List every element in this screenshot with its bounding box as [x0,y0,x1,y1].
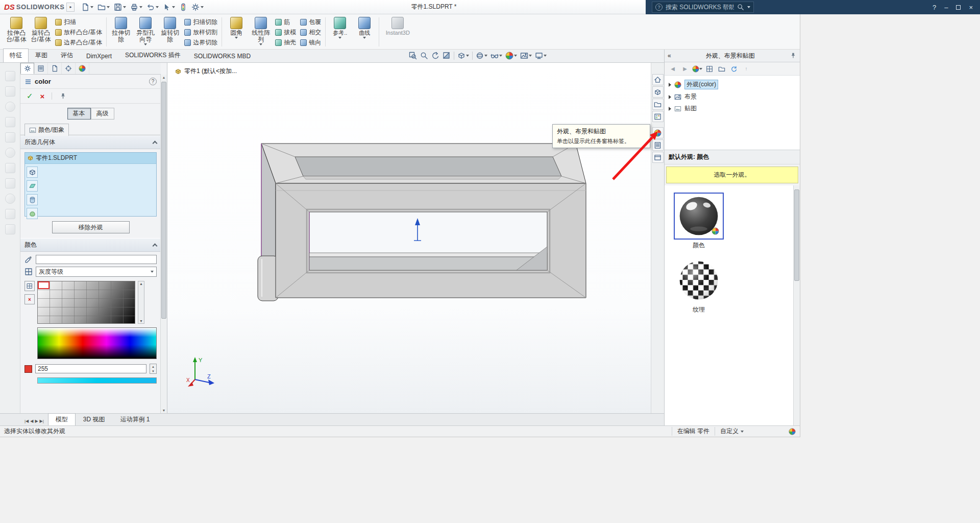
feature-tree-flyout[interactable]: 零件1 (默认<按加... [175,67,237,76]
zoom-area-button[interactable] [419,51,430,61]
tree-item-label[interactable]: 贴图 [684,104,697,113]
extrude-cut-button[interactable]: 拉伸切除 [109,15,133,49]
remove-appearance-button[interactable]: 移除外观 [52,221,130,233]
tab-mbd[interactable]: SOLIDWORKS MBD [187,50,257,62]
selection-listbox[interactable]: 零件1.SLDPRT [24,152,157,217]
linear-pattern-button[interactable]: 线性阵列 [249,15,273,49]
expand-arrow-icon[interactable] [669,83,671,87]
options-button[interactable] [190,2,205,12]
selected-geometry-header[interactable]: 所选几何体 [20,135,161,149]
advanced-tab[interactable]: 高级 [91,108,114,120]
color-appearance-thumbnail[interactable] [674,193,724,240]
history-forward-button[interactable]: ▶ [680,64,690,74]
boundary-cut-button[interactable]: 边界切除 [183,38,219,47]
fillet-button[interactable]: 圆角 [225,15,248,49]
tab-dimxpert[interactable]: DimXpert [80,50,118,62]
first-tab-button[interactable]: |◀ [24,419,29,423]
last-tab-button[interactable]: ▶| [40,419,44,423]
filter-feature-button[interactable] [27,208,38,219]
filter-surface-button[interactable] [27,194,38,205]
tree-item-label[interactable]: 布景 [684,92,697,101]
section-view-button[interactable] [441,51,452,61]
color-image-tab[interactable]: 颜色/图象 [24,124,69,136]
rgb-value-input[interactable]: 255 [35,364,146,373]
refresh-button[interactable] [729,64,739,74]
shell-button[interactable]: 抽壳 [274,38,298,47]
wrap-button[interactable]: 包覆 [299,17,323,27]
task-pane-scrollbar[interactable] [793,185,800,425]
scroll-down-arrow[interactable]: ▼ [139,319,143,323]
undo-button[interactable] [145,2,160,12]
pin-button[interactable] [59,92,67,100]
reference-geometry-button[interactable]: 参考.. [328,15,352,49]
tree-item-scenes[interactable]: 布景 [665,91,800,103]
color-section-header[interactable]: 颜色 [20,238,161,252]
view-palette-tab[interactable] [652,111,664,122]
rebuild-button[interactable] [178,2,189,12]
eyedropper-icon[interactable] [24,255,33,264]
revolve-cut-button[interactable]: 旋转切除 [158,15,182,49]
3d-views-tab[interactable]: 3D 视图 [76,413,113,425]
select-button[interactable] [161,2,177,12]
display-manager-tab[interactable] [76,63,89,74]
selected-entity-row[interactable]: 零件1.SLDPRT [25,153,156,164]
apply-scene-button[interactable] [519,51,533,61]
view-mode-button[interactable] [704,64,715,74]
texture-appearance-thumbnail[interactable] [674,257,724,304]
scroll-down-arrow[interactable]: ▼ [161,409,167,412]
search-dropdown-caret[interactable] [747,6,750,8]
help-button[interactable]: ? [933,4,936,11]
resources-tab[interactable] [652,74,664,85]
scrollbar-thumb[interactable] [161,82,166,319]
view-settings-button[interactable] [533,51,548,61]
loft-cut-button[interactable]: 放样切割 [183,28,219,37]
appearance-filter-button[interactable] [692,64,702,74]
part-model[interactable] [254,139,601,313]
motion-study-tab[interactable]: 运动算例 1 [112,413,157,425]
intersect-button[interactable]: 相交 [299,28,323,37]
scroll-up-arrow[interactable]: ▲ [139,282,143,286]
scrollbar-thumb[interactable] [794,189,799,281]
loft-button[interactable]: 放样凸台/基体 [54,28,104,37]
model-tab[interactable]: 模型 [48,413,76,425]
search-icon[interactable] [737,4,744,11]
panel-scrollbar[interactable]: ▲ ▼ [160,75,167,413]
grayscale-swatch-grid[interactable] [37,281,135,324]
revolve-boss-button[interactable]: 旋转凸台/基体 [29,15,53,49]
dimxpert-manager-tab[interactable] [62,63,76,74]
feature-tree-root[interactable]: 零件1 (默认<按加... [184,67,237,76]
rib-button[interactable]: 筋 [274,17,298,27]
display-style-button[interactable] [474,51,489,61]
configuration-manager-tab[interactable] [48,63,62,74]
sweep-cut-button[interactable]: 扫描切除 [183,17,219,27]
appearance-status-icon[interactable] [789,428,796,435]
tree-item-decals[interactable]: 贴图 [665,103,800,114]
customize-menu[interactable]: 自定义 [715,427,749,436]
color-name-field[interactable] [36,255,157,264]
history-back-button[interactable]: ◀ [668,64,678,74]
filter-face-button[interactable] [27,180,38,192]
hole-wizard-button[interactable]: 异型孔向导 [134,15,157,49]
mirror-button[interactable]: 镜向 [299,38,323,47]
palette-dropdown[interactable]: 灰度等级 [36,267,157,277]
cancel-button[interactable]: × [40,92,45,101]
basic-tab[interactable]: 基本 [67,108,91,120]
feature-manager-tab[interactable] [34,63,48,74]
menu-expand-arrow[interactable]: ▸ [66,3,75,12]
open-folder-button[interactable] [717,64,727,74]
delete-swatch-button[interactable]: × [24,294,35,304]
add-swatch-button[interactable] [24,281,35,291]
save-button[interactable] [112,2,128,12]
print-button[interactable] [129,2,144,12]
search-input[interactable]: ? 搜索 SOLIDWORKS 帮助 [652,2,754,13]
next-tab-button[interactable]: ▶ [35,419,38,423]
swatch-scrollbar[interactable]: ▲▼ [138,281,144,324]
file-explorer-tab[interactable] [652,99,664,110]
boundary-boss-button[interactable]: 边界凸台/基体 [54,38,104,47]
graphics-viewport[interactable]: 零件1 (默认<按加... [167,63,651,413]
tab-evaluate[interactable]: 评估 [54,49,80,62]
pin-pane-button[interactable] [790,52,797,59]
previous-view-button[interactable] [430,51,441,61]
help-icon[interactable]: ? [149,78,157,85]
filter-body-button[interactable] [27,167,38,178]
